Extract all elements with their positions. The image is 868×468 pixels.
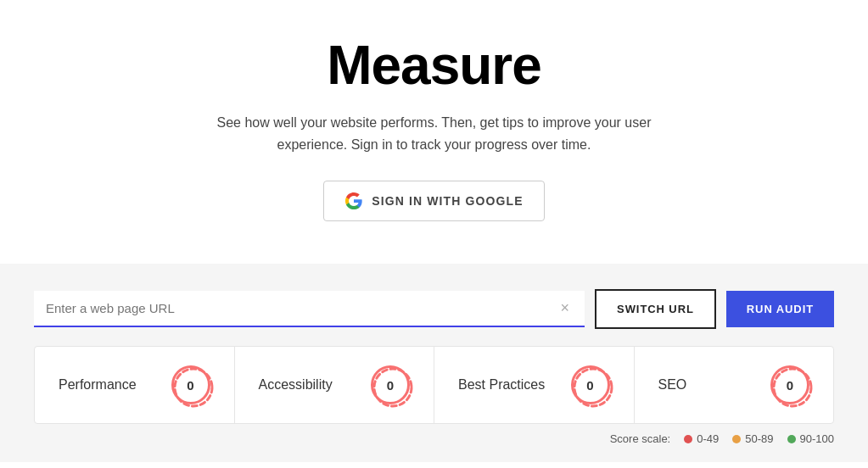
scale-orange-range: 50-89 (745, 432, 773, 445)
scale-orange: 50-89 (732, 432, 773, 445)
score-value: 0 (187, 378, 193, 393)
scale-legend: Score scale: 0-49 50-89 90-100 (34, 432, 834, 445)
scale-red-range: 0-49 (697, 432, 719, 445)
score-item: Best Practices0 (434, 347, 635, 423)
score-label: Accessibility (259, 377, 333, 393)
scale-green-range: 90-100 (800, 432, 834, 445)
score-value: 0 (387, 378, 394, 393)
score-item: Performance0 (35, 347, 235, 423)
google-btn-label: SIGN IN WITH GOOGLE (372, 194, 523, 208)
score-item: Accessibility0 (235, 347, 435, 423)
dot-green-icon (787, 435, 796, 443)
bottom-section: × SWITCH URL RUN AUDIT Performance0Acces… (0, 264, 868, 462)
score-circle: 0 (571, 365, 610, 404)
score-label: SEO (658, 377, 687, 393)
switch-url-button[interactable]: SWITCH URL (595, 289, 716, 329)
sign-in-with-google-button[interactable]: SIGN IN WITH GOOGLE (323, 181, 544, 221)
run-audit-button[interactable]: RUN AUDIT (726, 291, 834, 327)
score-circle: 0 (171, 365, 210, 404)
score-circle: 0 (770, 365, 809, 404)
url-bar-row: × SWITCH URL RUN AUDIT (34, 289, 834, 329)
top-section: Measure See how well your website perfor… (0, 0, 868, 264)
page-subtitle: See how well your website performs. Then… (214, 112, 655, 155)
score-label: Best Practices (458, 377, 545, 393)
url-input[interactable] (46, 301, 557, 315)
scores-card: Performance0Accessibility0Best Practices… (34, 346, 834, 424)
score-label: Performance (59, 377, 137, 393)
score-item: SEO0 (635, 347, 834, 423)
url-input-wrap: × (34, 291, 585, 327)
scale-red: 0-49 (684, 432, 719, 445)
score-value: 0 (787, 378, 793, 393)
dot-orange-icon (732, 435, 741, 443)
score-circle: 0 (371, 365, 410, 404)
scale-legend-label: Score scale: (610, 432, 671, 445)
score-value: 0 (586, 378, 593, 393)
scale-green: 90-100 (787, 432, 834, 445)
google-logo-icon (344, 192, 363, 210)
clear-icon[interactable]: × (557, 299, 574, 317)
page-title: Measure (327, 34, 541, 97)
dot-red-icon (684, 435, 692, 443)
